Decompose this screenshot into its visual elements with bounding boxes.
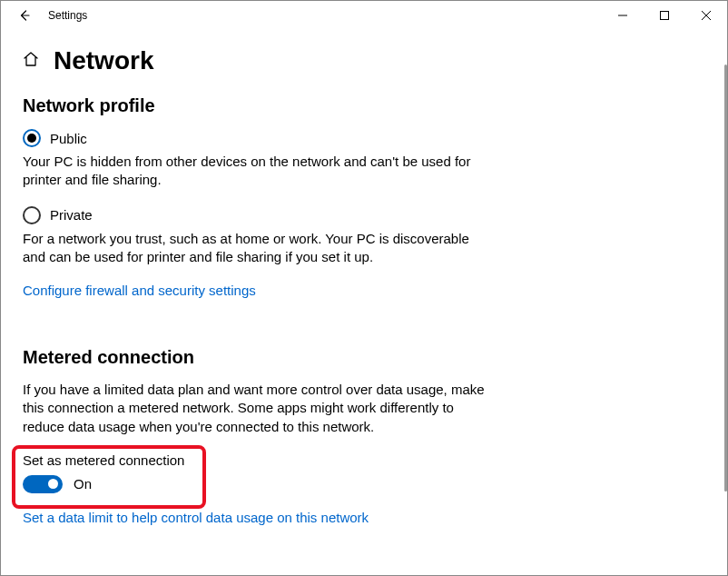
radio-public[interactable]: Public — [23, 129, 705, 147]
network-profile-heading: Network profile — [23, 95, 705, 116]
minimize-button[interactable] — [602, 1, 644, 30]
scrollbar[interactable] — [724, 65, 727, 492]
minimize-icon — [618, 11, 627, 20]
close-button[interactable] — [685, 1, 727, 30]
metered-heading: Metered connection — [23, 347, 705, 368]
private-description: For a network you trust, such as at home… — [23, 230, 495, 267]
data-limit-link[interactable]: Set a data limit to help control data us… — [23, 510, 369, 525]
metered-toggle[interactable] — [23, 475, 63, 493]
public-description: Your PC is hidden from other devices on … — [23, 153, 495, 190]
radio-private[interactable]: Private — [23, 206, 705, 224]
home-icon[interactable] — [23, 51, 39, 71]
page-title: Network — [54, 46, 153, 75]
radio-circle-icon — [23, 206, 41, 224]
titlebar: Settings — [1, 1, 727, 30]
radio-private-label: Private — [50, 207, 93, 223]
metered-description: If you have a limited data plan and want… — [23, 381, 495, 436]
page-header: Network — [23, 46, 705, 75]
back-arrow-icon — [17, 8, 32, 23]
radio-circle-icon — [23, 129, 41, 147]
metered-toggle-label: Set as metered connection — [23, 452, 705, 468]
radio-public-label: Public — [50, 131, 87, 146]
toggle-thumb-icon — [48, 479, 58, 489]
close-icon — [702, 11, 711, 20]
svg-rect-0 — [661, 12, 669, 20]
metered-toggle-state: On — [74, 476, 92, 492]
content-area: Network Network profile Public Your PC i… — [1, 30, 727, 575]
metered-toggle-row: On — [23, 475, 705, 493]
metered-toggle-section: Set as metered connection On — [23, 452, 705, 493]
firewall-settings-link[interactable]: Configure firewall and security settings — [23, 283, 256, 298]
maximize-button[interactable] — [644, 1, 685, 30]
window-controls — [602, 1, 727, 30]
back-button[interactable] — [8, 1, 41, 30]
app-title: Settings — [48, 9, 87, 22]
maximize-icon — [660, 11, 669, 20]
